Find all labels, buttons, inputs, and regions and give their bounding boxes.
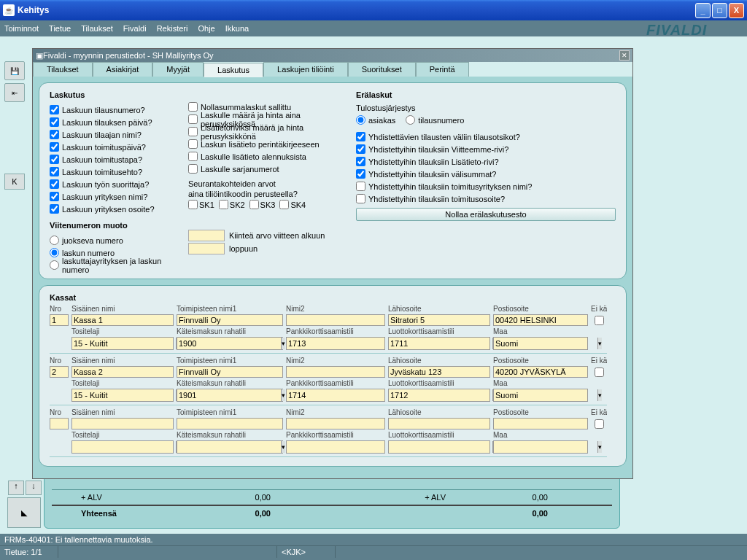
save-icon[interactable]: 💾 — [4, 61, 25, 80]
menu-toiminnot[interactable]: Toiminnot — [4, 24, 39, 33]
kassa-1-sisainen[interactable] — [71, 366, 174, 378]
era-check-0[interactable] — [356, 132, 365, 141]
kassa-1-nro[interactable] — [50, 366, 69, 378]
kassa-0-kateis[interactable]: ▾ — [177, 337, 283, 350]
tulostus-radio-0[interactable] — [356, 115, 365, 125]
viite-radio-2[interactable] — [50, 260, 59, 270]
viite-kiintea-label: Kiinteä arvo viitteen alkuun — [229, 231, 325, 240]
laskutus-left-check-3[interactable] — [50, 142, 59, 152]
seuranta-label-1: Seurantakohteiden arvot — [188, 179, 356, 188]
era-check-5[interactable] — [356, 194, 365, 203]
kassa-1-lahi[interactable] — [388, 366, 490, 378]
nollaa-button[interactable]: Nollaa erälaskutusesto — [356, 208, 616, 221]
menu-tietue[interactable]: Tietue — [49, 24, 71, 33]
kassa-1-nimi2[interactable] — [286, 366, 385, 378]
kassa-2-tositelaji[interactable]: ▾ — [71, 440, 174, 454]
menu-ikkuna[interactable]: Ikkuna — [225, 24, 249, 33]
kassa-0-maa[interactable]: ▾ — [493, 337, 588, 350]
kassa-0-nimi2[interactable] — [286, 314, 385, 326]
kassa-0-luotto[interactable]: ▾ — [388, 337, 490, 350]
tulostus-radio-1[interactable] — [406, 115, 415, 125]
sk-check-0[interactable] — [188, 200, 198, 209]
laskutus-mid-check-2[interactable] — [188, 127, 198, 136]
viite-radio-1[interactable] — [50, 248, 59, 257]
kassa-1-maa[interactable]: ▾ — [493, 389, 588, 402]
sk-check-1[interactable] — [219, 200, 228, 209]
tab-laskutus[interactable]: Laskutus — [204, 63, 263, 77]
kassa-1-posti[interactable] — [493, 366, 588, 378]
era-check-2[interactable] — [356, 157, 365, 166]
kassa-2-eikayt[interactable] — [595, 419, 604, 429]
era-check-3[interactable] — [356, 169, 365, 179]
laskutus-mid-check-4[interactable] — [188, 152, 198, 161]
tab-laskujen tiliöinti[interactable]: Laskujen tiliöinti — [263, 62, 348, 77]
laskutus-left-check-4[interactable] — [50, 155, 59, 164]
laskutus-left-check-7[interactable] — [50, 192, 59, 201]
kassa-1-luotto[interactable]: ▾ — [388, 389, 490, 402]
tab-perintä[interactable]: Perintä — [416, 62, 469, 77]
laskutus-mid-check-1[interactable] — [188, 114, 198, 124]
menu-fivaldi[interactable]: Fivaldi — [123, 24, 147, 33]
down-arrow-button[interactable]: ↓ — [26, 481, 42, 495]
close-button[interactable]: X — [729, 3, 744, 18]
kassa-2-nro[interactable] — [50, 418, 69, 429]
tab-myyjät[interactable]: Myyjät — [152, 62, 204, 77]
menu-tilaukset[interactable]: Tilaukset — [81, 24, 113, 33]
kassa-0-lahi[interactable] — [388, 314, 490, 326]
kassa-1-kateis[interactable]: ▾ — [177, 389, 283, 402]
kassa-1-pankki[interactable]: ▾ — [286, 389, 385, 402]
inner-close-button[interactable]: ✕ — [619, 50, 630, 61]
kassa-2-lahi[interactable] — [388, 418, 490, 429]
laskutus-mid-check-3[interactable] — [188, 139, 198, 149]
kassa-0-sisainen[interactable] — [71, 314, 174, 326]
maximize-button[interactable]: □ — [712, 3, 727, 18]
tab-suoritukset[interactable]: Suoritukset — [348, 62, 416, 77]
viite-loppu-input[interactable] — [188, 243, 225, 254]
kassa-2-maa[interactable]: ▾ — [493, 440, 588, 454]
kassa-2-pankki[interactable]: ▾ — [286, 440, 385, 454]
laskutus-mid-check-0[interactable] — [188, 102, 198, 112]
viite-loppuun-label: loppuun — [229, 244, 258, 253]
viite-radio-0[interactable] — [50, 236, 59, 245]
kassa-2-posti[interactable] — [493, 418, 588, 429]
statusbar: FRMs-40401: Ei tallennettavia muutoksia.… — [0, 534, 747, 560]
up-arrow-button[interactable]: ↑ — [8, 481, 24, 495]
era-check-4[interactable] — [356, 182, 365, 191]
era-check-1[interactable] — [356, 144, 365, 154]
laskutus-left-label-6: Laskuun työn suorittaja? — [62, 180, 149, 189]
kassa-2-luotto[interactable]: ▾ — [388, 440, 490, 454]
laskutus-left-check-5[interactable] — [50, 167, 59, 176]
tab-asiakirjat[interactable]: Asiakirjat — [93, 62, 153, 77]
kassa-2-nimi2[interactable] — [286, 418, 385, 429]
exit-icon[interactable]: ⇤ — [4, 83, 25, 102]
kassa-0-toimipiste[interactable] — [177, 314, 283, 326]
laskutus-left-check-0[interactable] — [50, 105, 59, 114]
sk-check-2[interactable] — [249, 200, 259, 209]
kassa-0-tositelaji[interactable]: ▾ — [71, 337, 174, 350]
kassa-2-kateis[interactable]: ▾ — [177, 440, 283, 454]
kassa-1-eikayt[interactable] — [595, 368, 604, 377]
laskutus-left-check-2[interactable] — [50, 130, 59, 139]
viite-alku-input[interactable] — [188, 230, 225, 241]
kassa-1-tositelaji[interactable]: ▾ — [71, 389, 174, 402]
kassa-2-toimipiste[interactable] — [177, 418, 283, 429]
kassa-0-pankki[interactable]: ▾ — [286, 337, 385, 350]
laskutus-left-check-6[interactable] — [50, 179, 59, 189]
menu-ohje[interactable]: Ohje — [198, 24, 214, 33]
menu-rekisteri[interactable]: Rekisteri — [157, 24, 188, 33]
laskutus-mid-check-5[interactable] — [188, 164, 198, 174]
kassa-2-sisainen[interactable] — [71, 418, 174, 429]
laskutus-left-check-8[interactable] — [50, 204, 59, 214]
kassa-1-toimipiste[interactable] — [177, 366, 283, 378]
kassa-0-posti[interactable] — [493, 314, 588, 326]
laskutus-mid-label-3: Laskun lisätieto perintäkirjeeseen — [201, 140, 320, 149]
yhteensa-value-2: 0,00 — [446, 509, 548, 518]
minimize-button[interactable]: _ — [695, 3, 711, 18]
k-button[interactable]: K — [4, 174, 25, 190]
tab-tilaukset[interactable]: Tilaukset — [33, 62, 93, 77]
kassa-0-eikayt[interactable] — [595, 316, 604, 325]
laskutus-left-check-1[interactable] — [50, 117, 59, 127]
fivaldi-icon[interactable]: ◣ — [7, 497, 41, 528]
sk-check-3[interactable] — [279, 200, 289, 209]
kassa-0-nro[interactable] — [50, 314, 69, 326]
